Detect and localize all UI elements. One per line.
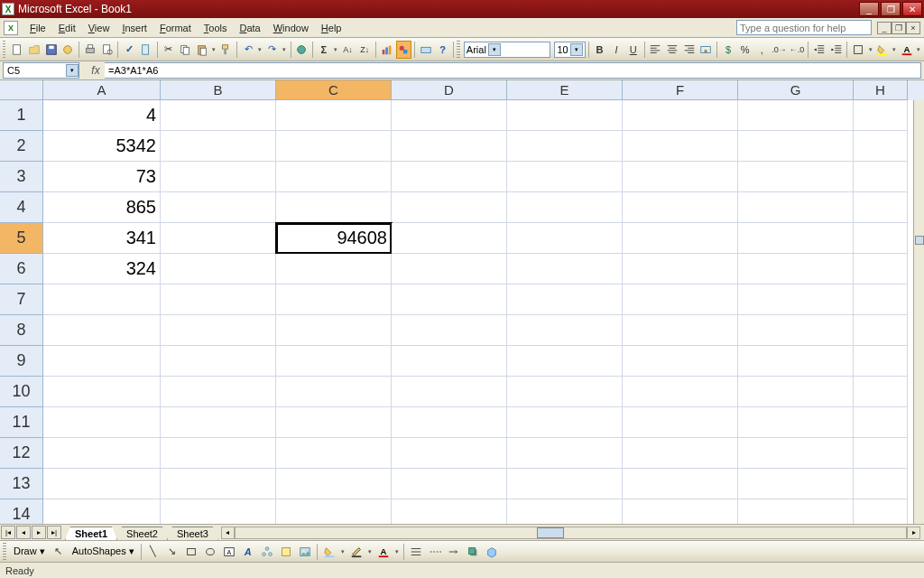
cell-D8[interactable]	[392, 315, 507, 346]
increase-indent-icon[interactable]	[828, 41, 845, 59]
diagram-icon[interactable]	[258, 543, 276, 561]
dropdown[interactable]: ▾	[339, 543, 346, 561]
column-header-C[interactable]: C	[276, 80, 392, 100]
autosum-icon[interactable]: Σ	[316, 41, 332, 59]
tab-prev-button[interactable]: ◂	[16, 526, 31, 539]
3d-icon[interactable]	[483, 543, 501, 561]
name-box[interactable]: C5 ▾	[3, 62, 79, 79]
cell-B3[interactable]	[161, 162, 276, 192]
sheet-tab-sheet1[interactable]: Sheet1	[65, 527, 117, 540]
scroll-track[interactable]	[235, 527, 907, 539]
scroll-thumb[interactable]	[537, 527, 564, 538]
column-header-B[interactable]: B	[161, 80, 276, 100]
row-header-9[interactable]: 9	[0, 346, 43, 377]
dash-style-icon[interactable]	[426, 543, 444, 561]
cell-G6[interactable]	[738, 254, 854, 284]
cell-H8[interactable]	[854, 315, 908, 346]
row-header-8[interactable]: 8	[0, 315, 43, 346]
cell-C13[interactable]	[276, 469, 392, 499]
cell-B4[interactable]	[161, 192, 276, 223]
comma-icon[interactable]: ,	[754, 41, 771, 59]
dropdown[interactable]: ▾	[366, 543, 374, 561]
bold-button[interactable]: B	[592, 41, 608, 59]
cell-F9[interactable]	[623, 346, 738, 377]
arrow-icon[interactable]: ↘	[163, 543, 181, 561]
cell-F4[interactable]	[623, 192, 738, 223]
cell-E6[interactable]	[507, 254, 623, 284]
cell-F1[interactable]	[623, 100, 738, 131]
cell-B1[interactable]	[161, 100, 276, 131]
picture-icon[interactable]	[296, 543, 314, 561]
rectangle-icon[interactable]	[182, 543, 200, 561]
borders-icon[interactable]	[850, 41, 866, 59]
cell-F13[interactable]	[623, 469, 738, 499]
zoom-icon[interactable]	[418, 41, 434, 59]
cut-icon[interactable]: ✂	[161, 41, 177, 59]
autoshapes-menu[interactable]: AutoShapes ▾	[69, 545, 138, 557]
borders-dropdown[interactable]: ▾	[867, 41, 873, 59]
tab-next-button[interactable]: ▸	[32, 526, 46, 539]
cell-G10[interactable]	[738, 377, 854, 407]
cell-F14[interactable]	[623, 499, 738, 524]
dropdown[interactable]: ▾	[393, 543, 401, 561]
cell-A7[interactable]	[43, 284, 161, 315]
copy-icon[interactable]	[177, 41, 193, 59]
cell-E9[interactable]	[507, 346, 623, 377]
row-header-5[interactable]: 5	[0, 223, 43, 254]
cell-H12[interactable]	[854, 438, 908, 469]
cell-G5[interactable]	[738, 223, 854, 254]
row-header-3[interactable]: 3	[0, 162, 43, 192]
hyperlink-icon[interactable]	[293, 41, 310, 59]
merge-center-icon[interactable]: a	[698, 41, 715, 59]
cell-D2[interactable]	[392, 131, 507, 162]
menu-window[interactable]: Window	[267, 21, 315, 35]
cell-E8[interactable]	[507, 315, 623, 346]
row-header-12[interactable]: 12	[0, 438, 43, 469]
menu-file[interactable]: File	[23, 21, 52, 35]
cell-B14[interactable]	[161, 499, 276, 524]
font-selector[interactable]: Arial▾	[464, 42, 551, 58]
minimize-button[interactable]: _	[859, 2, 879, 16]
cell-E10[interactable]	[507, 377, 623, 407]
line-style-icon[interactable]	[407, 543, 425, 561]
decrease-decimal-icon[interactable]: ←.0	[789, 41, 806, 59]
redo-icon[interactable]: ↷	[264, 41, 281, 59]
cell-D11[interactable]	[392, 407, 507, 438]
column-header-H[interactable]: H	[854, 80, 908, 100]
cell-E5[interactable]	[507, 223, 623, 254]
italic-button[interactable]: I	[608, 41, 624, 59]
scroll-thumb[interactable]	[915, 236, 924, 245]
cell-D6[interactable]	[392, 254, 507, 284]
print-preview-icon[interactable]	[99, 41, 116, 59]
column-header-D[interactable]: D	[392, 80, 507, 100]
cell-B6[interactable]	[161, 254, 276, 284]
cell-E2[interactable]	[507, 131, 623, 162]
cell-C1[interactable]	[276, 100, 392, 131]
cell-A3[interactable]: 73	[43, 162, 161, 192]
fill-color-dropdown[interactable]: ▾	[892, 41, 898, 59]
cell-G3[interactable]	[738, 162, 854, 192]
align-left-icon[interactable]	[648, 41, 664, 59]
chevron-down-icon[interactable]: ▾	[570, 43, 583, 56]
doc-minimize-button[interactable]: _	[877, 22, 892, 34]
cell-C2[interactable]	[276, 131, 392, 162]
cell-C3[interactable]	[276, 162, 392, 192]
line-color-icon[interactable]	[347, 543, 365, 561]
cell-H7[interactable]	[854, 284, 908, 315]
menu-tools[interactable]: Tools	[198, 21, 234, 35]
tab-first-button[interactable]: |◂	[1, 526, 15, 539]
chevron-down-icon[interactable]: ▾	[66, 64, 79, 77]
align-center-icon[interactable]	[664, 41, 680, 59]
cell-E4[interactable]	[507, 192, 623, 223]
scroll-left-button[interactable]: ◂	[221, 527, 235, 539]
cell-B13[interactable]	[161, 469, 276, 499]
cell-H11[interactable]	[854, 407, 908, 438]
cell-D14[interactable]	[392, 499, 507, 524]
cell-F8[interactable]	[623, 315, 738, 346]
menu-edit[interactable]: Edit	[52, 21, 82, 35]
tab-last-button[interactable]: ▸|	[47, 526, 61, 539]
cell-D9[interactable]	[392, 346, 507, 377]
cell-C11[interactable]	[276, 407, 392, 438]
new-icon[interactable]	[9, 41, 25, 59]
cell-H14[interactable]	[854, 499, 908, 524]
